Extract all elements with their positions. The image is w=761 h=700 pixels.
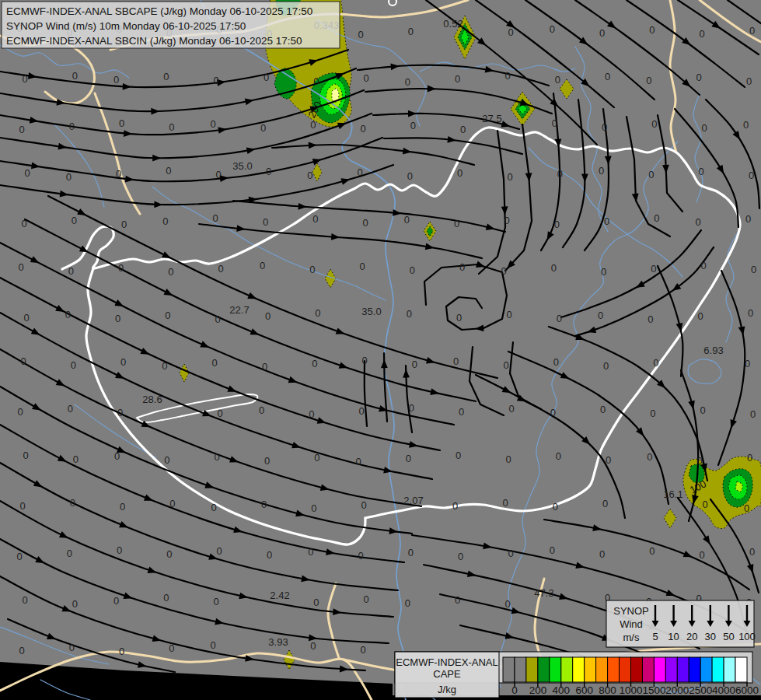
station-zero-value: 0 (163, 592, 169, 604)
station-zero-value: 0 (648, 313, 653, 325)
wind-legend-title-line: m/s (623, 632, 640, 643)
station-zero-value: 0 (308, 546, 313, 558)
station-zero-value: 0 (602, 121, 607, 133)
cape-color-swatch (608, 657, 620, 682)
station-zero-value: 0 (266, 166, 271, 177)
station-zero-value: 0 (117, 407, 123, 418)
station-zero-value: 0 (69, 642, 75, 653)
station-zero-value: 0 (114, 450, 120, 462)
station-zero-value: 0 (747, 452, 752, 464)
station-zero-value: 0 (460, 124, 466, 135)
wind-speed-label: 10 (668, 631, 679, 642)
station-zero-value: 0 (696, 216, 701, 228)
header-title-line: SYNOP Wind (m/s) 10m Monday 06-10-2025 1… (6, 20, 246, 32)
weather-map-canvas: 2001000000000000000000000000000000000000… (0, 0, 761, 700)
station-zero-value: 0 (119, 646, 124, 657)
station-zero-value: 0 (598, 310, 603, 321)
cape-color-swatch (573, 657, 585, 682)
station-zero-value: 0 (169, 642, 174, 654)
station-zero-value: 0 (602, 498, 608, 509)
station-value: 16.1 (663, 488, 682, 500)
header-title-line: ECMWF-INDEX-ANAL SBCAPE (J/kg) Monday 06… (6, 5, 312, 17)
station-zero-value: 0 (67, 548, 72, 559)
cape-scale-tick-label: 600 (575, 684, 593, 696)
station-zero-value: 0 (20, 355, 26, 367)
cape-color-swatch (550, 657, 561, 682)
cape-color-swatch (515, 657, 526, 682)
station-zero-value: 0 (508, 403, 514, 415)
station-zero-value: 0 (169, 121, 174, 133)
station-zero-value: 0 (697, 455, 703, 467)
station-zero-value: 0 (651, 118, 657, 130)
station-zero-value: 0 (454, 218, 459, 229)
station-zero-value: 0 (72, 598, 78, 610)
station-zero-value: 0 (698, 310, 703, 322)
station-zero-value: 0 (746, 75, 752, 87)
cape-color-swatch (724, 657, 735, 682)
station-zero-value: 0 (314, 452, 319, 464)
station-zero-value: 0 (452, 500, 458, 512)
station-zero-value: 0 (215, 451, 220, 463)
cape-scale-tick-label: 800 (599, 684, 616, 696)
station-zero-value: 0 (162, 215, 168, 227)
cape-color-swatch (677, 657, 689, 682)
station-zero-value: 0 (508, 548, 513, 559)
station-zero-value: 0 (744, 502, 749, 514)
station-zero-value: 0 (23, 312, 29, 324)
cape-scale-tick-label: 1500 (642, 684, 665, 696)
cape-color-swatch (620, 657, 631, 682)
station-zero-value: 0 (70, 497, 75, 509)
station-zero-value: 0 (749, 170, 754, 181)
station-value: 6.93 (703, 345, 723, 356)
station-zero-value: 0 (22, 73, 27, 85)
station-zero-value: 0 (408, 547, 414, 558)
station-zero-value: 0 (66, 171, 72, 183)
station-zero-value: 0 (648, 169, 654, 180)
station-zero-value: 0 (550, 23, 555, 35)
station-zero-value: 0 (408, 26, 414, 37)
station-zero-value: 0 (68, 403, 73, 415)
station-zero-value: 0 (410, 264, 415, 276)
station-zero-value: 0 (550, 544, 555, 556)
station-zero-value: 0 (649, 24, 655, 36)
station-zero-value: 0 (358, 29, 363, 40)
station-value: 22.7 (229, 304, 249, 316)
station-zero-value: 0 (361, 499, 366, 511)
station-zero-value: 0 (653, 357, 658, 369)
station-zero-value: 0 (214, 596, 219, 607)
station-zero-value: 0 (553, 356, 559, 368)
station-zero-value: 0 (506, 309, 511, 320)
station-zero-value: 0 (501, 265, 506, 277)
station-zero-value: 0 (212, 357, 218, 369)
cape-color-swatch (700, 657, 712, 682)
cape-color-swatch (665, 657, 677, 682)
station-zero-value: 0 (700, 404, 706, 416)
station-zero-value: 0 (360, 123, 365, 135)
cape-color-swatch (585, 657, 596, 682)
station-zero-value: 0 (164, 454, 169, 466)
station-zero-value: 0 (215, 313, 221, 325)
station-zero-value: 0 (407, 170, 413, 182)
station-zero-value: 0 (71, 359, 76, 371)
station-zero-value: 0 (166, 165, 171, 177)
station-zero-value: 0 (313, 75, 319, 87)
station-zero-value: 0 (355, 456, 361, 467)
cape-color-swatch (642, 657, 654, 682)
station-zero-value: 0 (553, 501, 558, 513)
station-zero-value: 0 (748, 307, 753, 319)
station-zero-value: 0 (307, 170, 312, 181)
header-title-line: ECMWF-INDEX-ANAL SBCIN (J/kg) Monday 06-… (6, 35, 302, 47)
cape-scale-tick-label: 2500 (689, 684, 712, 696)
station-zero-value: 0 (503, 359, 508, 371)
station-zero-value: 0 (405, 76, 410, 88)
station-zero-value: 0 (601, 266, 606, 278)
station-zero-value: 0 (751, 264, 756, 275)
station-zero-value: 0 (218, 408, 223, 419)
station-zero-value: 0 (260, 122, 266, 134)
station-zero-value: 0 (72, 70, 78, 82)
station-zero-value: 0 (359, 261, 365, 272)
station-zero-value: 0 (703, 499, 708, 510)
station-zero-value: 0 (113, 595, 119, 607)
station-zero-value: 0 (459, 406, 464, 418)
station-zero-value: 0 (211, 639, 216, 651)
